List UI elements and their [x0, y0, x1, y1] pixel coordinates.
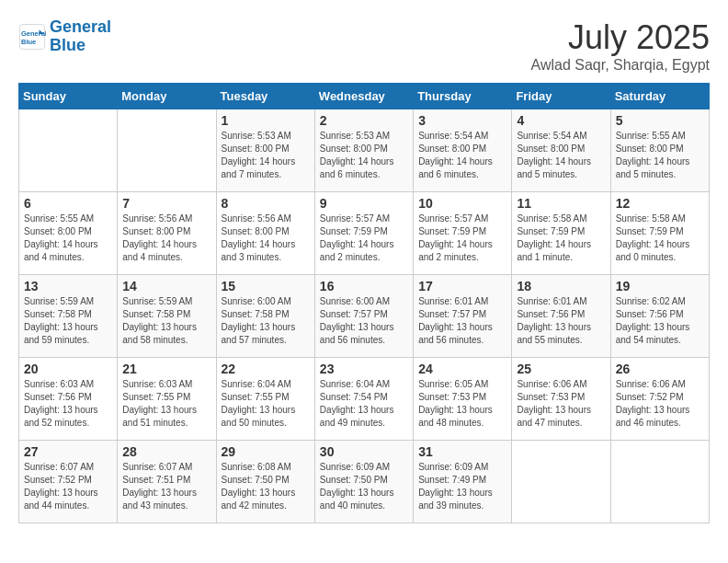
- weekday-header-friday: Friday: [512, 84, 610, 109]
- calendar-week-3: 13Sunrise: 5:59 AM Sunset: 7:58 PM Dayli…: [19, 275, 710, 358]
- day-info: Sunrise: 5:56 AM Sunset: 8:00 PM Dayligh…: [122, 213, 210, 264]
- day-number: 21: [122, 362, 210, 376]
- calendar-cell: 30Sunrise: 6:09 AM Sunset: 7:50 PM Dayli…: [314, 441, 413, 523]
- day-info: Sunrise: 6:04 AM Sunset: 7:55 PM Dayligh…: [222, 378, 310, 430]
- calendar-cell: [610, 441, 709, 523]
- calendar-cell: 13Sunrise: 5:59 AM Sunset: 7:58 PM Dayli…: [19, 275, 118, 358]
- calendar-cell: 27Sunrise: 6:07 AM Sunset: 7:52 PM Dayli…: [19, 441, 118, 523]
- day-number: 28: [122, 444, 210, 459]
- weekday-header-row: SundayMondayTuesdayWednesdayThursdayFrid…: [19, 84, 710, 109]
- calendar-cell: 31Sunrise: 6:09 AM Sunset: 7:49 PM Dayli…: [414, 441, 512, 523]
- calendar-cell: 17Sunrise: 6:01 AM Sunset: 7:57 PM Dayli…: [414, 275, 512, 358]
- day-info: Sunrise: 6:06 AM Sunset: 7:53 PM Dayligh…: [517, 378, 605, 430]
- weekday-header-monday: Monday: [118, 84, 216, 109]
- day-number: 29: [222, 444, 310, 459]
- day-number: 27: [24, 444, 112, 459]
- day-number: 17: [418, 279, 506, 293]
- day-number: 20: [24, 362, 112, 376]
- day-number: 12: [616, 196, 704, 211]
- day-number: 25: [517, 362, 605, 376]
- day-info: Sunrise: 6:09 AM Sunset: 7:50 PM Dayligh…: [320, 461, 408, 512]
- location-subtitle: Awlad Saqr, Sharqia, Egypt: [531, 57, 711, 74]
- calendar-cell: 22Sunrise: 6:04 AM Sunset: 7:55 PM Dayli…: [216, 358, 314, 441]
- day-info: Sunrise: 6:05 AM Sunset: 7:53 PM Dayligh…: [418, 378, 506, 430]
- day-info: Sunrise: 5:58 AM Sunset: 7:59 PM Dayligh…: [616, 213, 704, 264]
- calendar-cell: 24Sunrise: 6:05 AM Sunset: 7:53 PM Dayli…: [414, 358, 512, 441]
- weekday-header-thursday: Thursday: [414, 84, 512, 109]
- day-info: Sunrise: 6:07 AM Sunset: 7:52 PM Dayligh…: [24, 461, 112, 512]
- day-info: Sunrise: 6:01 AM Sunset: 7:57 PM Dayligh…: [418, 295, 506, 347]
- day-info: Sunrise: 6:01 AM Sunset: 7:56 PM Dayligh…: [517, 295, 605, 347]
- logo-text: GeneralBlue: [50, 18, 111, 55]
- day-number: 14: [122, 279, 210, 293]
- day-info: Sunrise: 5:54 AM Sunset: 8:00 PM Dayligh…: [418, 130, 506, 181]
- day-info: Sunrise: 6:03 AM Sunset: 7:56 PM Dayligh…: [24, 378, 112, 430]
- weekday-header-saturday: Saturday: [610, 84, 709, 109]
- day-info: Sunrise: 5:58 AM Sunset: 7:59 PM Dayligh…: [517, 213, 605, 264]
- day-info: Sunrise: 5:55 AM Sunset: 8:00 PM Dayligh…: [616, 130, 704, 181]
- day-info: Sunrise: 5:53 AM Sunset: 8:00 PM Dayligh…: [320, 130, 408, 181]
- calendar-cell: 1Sunrise: 5:53 AM Sunset: 8:00 PM Daylig…: [216, 109, 314, 192]
- calendar-cell: 23Sunrise: 6:04 AM Sunset: 7:54 PM Dayli…: [314, 358, 413, 441]
- calendar-cell: 5Sunrise: 5:55 AM Sunset: 8:00 PM Daylig…: [610, 109, 709, 192]
- weekday-header-sunday: Sunday: [19, 84, 118, 109]
- day-info: Sunrise: 6:03 AM Sunset: 7:55 PM Dayligh…: [122, 378, 210, 430]
- day-number: 15: [222, 279, 310, 293]
- calendar-cell: 2Sunrise: 5:53 AM Sunset: 8:00 PM Daylig…: [314, 109, 413, 192]
- day-number: 1: [222, 113, 310, 128]
- month-year-title: July 2025: [531, 18, 711, 57]
- day-number: 26: [616, 362, 704, 376]
- day-info: Sunrise: 6:09 AM Sunset: 7:49 PM Dayligh…: [418, 461, 506, 512]
- day-info: Sunrise: 6:00 AM Sunset: 7:57 PM Dayligh…: [320, 295, 408, 347]
- calendar-cell: 8Sunrise: 5:56 AM Sunset: 8:00 PM Daylig…: [216, 192, 314, 275]
- calendar-cell: 18Sunrise: 6:01 AM Sunset: 7:56 PM Dayli…: [512, 275, 610, 358]
- calendar-cell: 6Sunrise: 5:55 AM Sunset: 8:00 PM Daylig…: [19, 192, 118, 275]
- day-info: Sunrise: 6:07 AM Sunset: 7:51 PM Dayligh…: [122, 461, 210, 512]
- day-number: 2: [320, 113, 408, 128]
- weekday-header-tuesday: Tuesday: [216, 84, 314, 109]
- title-block: July 2025 Awlad Saqr, Sharqia, Egypt: [531, 18, 711, 74]
- day-number: 6: [24, 196, 112, 211]
- day-info: Sunrise: 5:59 AM Sunset: 7:58 PM Dayligh…: [122, 295, 210, 347]
- weekday-header-wednesday: Wednesday: [314, 84, 413, 109]
- day-info: Sunrise: 6:04 AM Sunset: 7:54 PM Dayligh…: [320, 378, 408, 430]
- calendar-cell: 9Sunrise: 5:57 AM Sunset: 7:59 PM Daylig…: [314, 192, 413, 275]
- calendar-week-2: 6Sunrise: 5:55 AM Sunset: 8:00 PM Daylig…: [19, 192, 710, 275]
- day-number: 4: [517, 113, 605, 128]
- calendar-cell: 29Sunrise: 6:08 AM Sunset: 7:50 PM Dayli…: [216, 441, 314, 523]
- calendar-cell: 10Sunrise: 5:57 AM Sunset: 7:59 PM Dayli…: [414, 192, 512, 275]
- calendar-cell: 12Sunrise: 5:58 AM Sunset: 7:59 PM Dayli…: [610, 192, 709, 275]
- day-info: Sunrise: 5:57 AM Sunset: 7:59 PM Dayligh…: [418, 213, 506, 264]
- day-info: Sunrise: 5:55 AM Sunset: 8:00 PM Dayligh…: [24, 213, 112, 264]
- day-info: Sunrise: 6:00 AM Sunset: 7:58 PM Dayligh…: [222, 295, 310, 347]
- day-info: Sunrise: 5:56 AM Sunset: 8:00 PM Dayligh…: [222, 213, 310, 264]
- calendar-cell: 19Sunrise: 6:02 AM Sunset: 7:56 PM Dayli…: [610, 275, 709, 358]
- day-info: Sunrise: 6:02 AM Sunset: 7:56 PM Dayligh…: [616, 295, 704, 347]
- calendar-week-5: 27Sunrise: 6:07 AM Sunset: 7:52 PM Dayli…: [19, 441, 710, 523]
- calendar-cell: [512, 441, 610, 523]
- calendar-cell: 11Sunrise: 5:58 AM Sunset: 7:59 PM Dayli…: [512, 192, 610, 275]
- day-number: 31: [418, 444, 506, 459]
- svg-text:Blue: Blue: [21, 37, 36, 45]
- calendar-cell: [19, 109, 118, 192]
- calendar-cell: 20Sunrise: 6:03 AM Sunset: 7:56 PM Dayli…: [19, 358, 118, 441]
- day-number: 16: [320, 279, 408, 293]
- page-header: General Blue GeneralBlue July 2025 Awlad…: [18, 18, 710, 74]
- calendar-cell: 16Sunrise: 6:00 AM Sunset: 7:57 PM Dayli…: [314, 275, 413, 358]
- day-info: Sunrise: 6:06 AM Sunset: 7:52 PM Dayligh…: [616, 378, 704, 430]
- day-number: 22: [222, 362, 310, 376]
- calendar-cell: 21Sunrise: 6:03 AM Sunset: 7:55 PM Dayli…: [118, 358, 216, 441]
- day-number: 9: [320, 196, 408, 211]
- calendar-table: SundayMondayTuesdayWednesdayThursdayFrid…: [18, 83, 710, 523]
- day-number: 18: [517, 279, 605, 293]
- calendar-cell: 14Sunrise: 5:59 AM Sunset: 7:58 PM Dayli…: [118, 275, 216, 358]
- calendar-cell: [118, 109, 216, 192]
- day-number: 24: [418, 362, 506, 376]
- day-number: 13: [24, 279, 112, 293]
- day-number: 10: [418, 196, 506, 211]
- logo: General Blue GeneralBlue: [18, 18, 111, 55]
- calendar-cell: 3Sunrise: 5:54 AM Sunset: 8:00 PM Daylig…: [414, 109, 512, 192]
- day-info: Sunrise: 5:54 AM Sunset: 8:00 PM Dayligh…: [517, 130, 605, 181]
- day-number: 3: [418, 113, 506, 128]
- day-number: 11: [517, 196, 605, 211]
